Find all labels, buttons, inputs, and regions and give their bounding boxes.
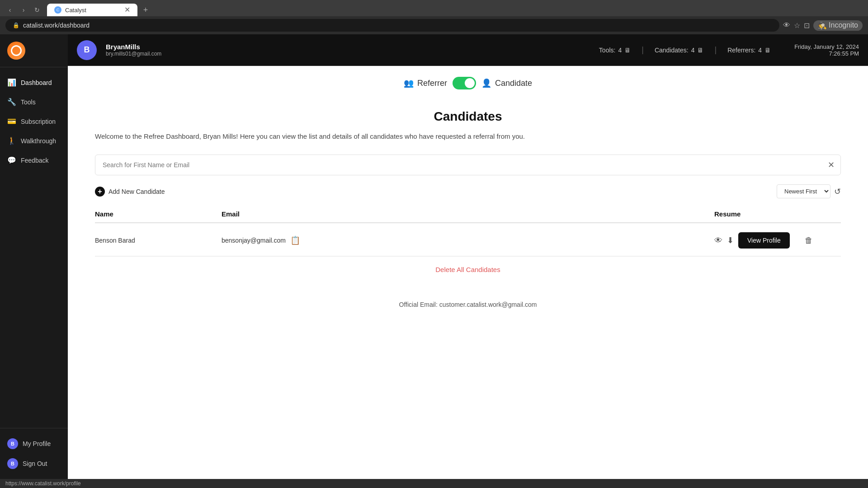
sidebar-logo [0, 34, 68, 67]
search-clear-button[interactable]: ✕ [828, 160, 835, 170]
resume-cell: 👁 ⬇ View Profile [714, 232, 805, 249]
tab-title: Catalyst [65, 7, 121, 14]
delete-cell: 🗑 [805, 236, 841, 245]
tab-close-button[interactable]: ✕ [124, 6, 130, 14]
tab-bar: ‹ › ↻ C Catalyst ✕ + [0, 0, 868, 16]
logo-icon-inner [11, 45, 22, 56]
dashboard-icon: 📊 [7, 78, 16, 87]
lock-icon: 🔒 [13, 22, 19, 28]
candidate-label: 👤 Candidate [481, 78, 532, 88]
new-tab-button[interactable]: + [139, 4, 152, 16]
feedback-icon: 💬 [7, 156, 16, 164]
my-profile-link[interactable]: B My Profile [0, 434, 68, 454]
candidate-email-cell: bensonjay@gmail.com 📋 [222, 235, 714, 245]
sidebar-nav: 📊 Dashboard 🔧 Tools 💳 Subscription 🚶 Wal… [0, 67, 68, 428]
delete-all-button[interactable]: Delete All Candidates [435, 266, 500, 273]
role-toggle[interactable] [453, 77, 476, 89]
delete-row-button[interactable]: 🗑 [805, 236, 813, 245]
candidates-label: Candidates: [655, 47, 689, 54]
sort-select[interactable]: Newest First [777, 184, 830, 198]
email-actions: 📋 [290, 235, 300, 245]
sidebar-item-tools[interactable]: 🔧 Tools [0, 92, 68, 112]
actions-row: + Add New Candidate Newest First ↺ [95, 184, 841, 198]
referrers-icon: 🖥 [764, 47, 771, 54]
search-row: ✕ [95, 155, 841, 175]
sidebar-item-feedback[interactable]: 💬 Feedback [0, 150, 68, 170]
candidate-icon: 👤 [481, 78, 491, 88]
sidebar-item-label-subscription: Subscription [21, 118, 56, 125]
add-icon: + [95, 187, 105, 197]
candidates-icon: 🖥 [697, 47, 703, 54]
profile-avatar-small: B [7, 438, 18, 449]
official-email: customer.catalist.work@gmail.com [439, 301, 537, 308]
refresh-button[interactable]: ↺ [834, 187, 841, 197]
address-bar[interactable]: 🔒 catalist.work/dashboard [5, 19, 779, 32]
reload-button[interactable]: ↻ [31, 4, 43, 16]
user-email: bry.mills01@gmail.com [106, 51, 161, 57]
table-header: Name Email Resume [95, 206, 841, 223]
incognito-badge: 🕵 Incognito [813, 20, 863, 31]
download-resume-button[interactable]: ⬇ [727, 235, 734, 245]
search-input[interactable] [95, 155, 841, 175]
subscription-icon: 💳 [7, 117, 16, 126]
delete-all-row: Delete All Candidates [95, 256, 841, 283]
my-profile-label: My Profile [23, 440, 51, 447]
referrers-stat: Referrers: 4 🖥 [727, 47, 771, 54]
nav-controls: ‹ › ↻ [4, 4, 43, 16]
tools-label: Tools: [599, 47, 616, 54]
stat-separator-1: | [642, 45, 644, 55]
sidebar-item-dashboard[interactable]: 📊 Dashboard [0, 73, 68, 92]
footer: Official Email: customer.catalist.work@g… [68, 292, 868, 317]
page-title: Candidates [95, 109, 841, 124]
copy-email-button[interactable]: 📋 [290, 235, 300, 245]
welcome-text: Welcome to the Refree Dashboard, Bryan M… [95, 131, 841, 142]
sidebar-item-subscription[interactable]: 💳 Subscription [0, 112, 68, 131]
tools-stat: Tools: 4 🖥 [599, 47, 631, 54]
back-button[interactable]: ‹ [4, 4, 16, 16]
sign-out-label: Sign Out [23, 460, 47, 467]
tools-count: 4 [618, 47, 622, 54]
sidebar-item-walkthrough[interactable]: 🚶 Walkthrough [0, 131, 68, 150]
date-line: Friday, January 12, 2024 [794, 43, 859, 50]
tab-favicon: C [54, 6, 61, 14]
forward-button[interactable]: › [17, 4, 30, 16]
user-info: BryanMills bry.mills01@gmail.com [106, 43, 161, 57]
sign-out-link[interactable]: B Sign Out [0, 454, 68, 474]
incognito-label: Incognito [829, 21, 858, 29]
header-name: Name [95, 210, 222, 218]
main-content: 👥 Referrer 👤 Candidate Candidates Welcom… [68, 66, 868, 479]
right-panel: B BryanMills bry.mills01@gmail.com Tools… [68, 34, 868, 479]
sort-controls: Newest First ↺ [777, 184, 841, 198]
topbar: B BryanMills bry.mills01@gmail.com Tools… [68, 34, 868, 66]
add-candidate-label: Add New Candidate [108, 188, 165, 195]
app: 📊 Dashboard 🔧 Tools 💳 Subscription 🚶 Wal… [0, 34, 868, 479]
add-candidate-button[interactable]: + Add New Candidate [95, 187, 165, 197]
walkthrough-icon: 🚶 [7, 136, 16, 145]
star-icon[interactable]: ☆ [794, 21, 800, 30]
table-row: Benson Barad bensonjay@gmail.com 📋 👁 ⬇ V… [95, 225, 841, 256]
stat-separator-2: | [714, 45, 717, 55]
candidates-count: 4 [691, 47, 695, 54]
sidebar-item-label-feedback: Feedback [21, 157, 48, 164]
address-bar-row: 🔒 catalist.work/dashboard 👁 ☆ ⊡ 🕵 Incogn… [0, 16, 868, 34]
eye-icon: 👁 [783, 21, 790, 29]
referrers-label: Referrers: [727, 47, 755, 54]
active-tab[interactable]: C Catalyst ✕ [47, 4, 137, 16]
candidates-content: Candidates Welcome to the Refree Dashboa… [68, 100, 868, 292]
header-email: Email [222, 210, 714, 218]
tools-icon: 🖥 [624, 47, 631, 54]
view-profile-button[interactable]: View Profile [738, 232, 790, 249]
signout-avatar: B [7, 458, 18, 469]
referrer-label: 👥 Referrer [404, 78, 447, 88]
address-text: catalist.work/dashboard [23, 22, 90, 29]
split-icon[interactable]: ⊡ [804, 21, 810, 30]
sidebar-bottom: B My Profile B Sign Out [0, 428, 68, 479]
tools-icon: 🔧 [7, 98, 16, 106]
topbar-stats: Tools: 4 🖥 | Candidates: 4 🖥 | Referrers… [599, 45, 771, 55]
user-name: BryanMills [106, 43, 161, 51]
referrer-text: Referrer [417, 79, 447, 88]
candidate-text: Candidate [495, 79, 532, 88]
header-actions [805, 210, 841, 218]
view-resume-button[interactable]: 👁 [714, 236, 722, 245]
referrers-count: 4 [758, 47, 762, 54]
